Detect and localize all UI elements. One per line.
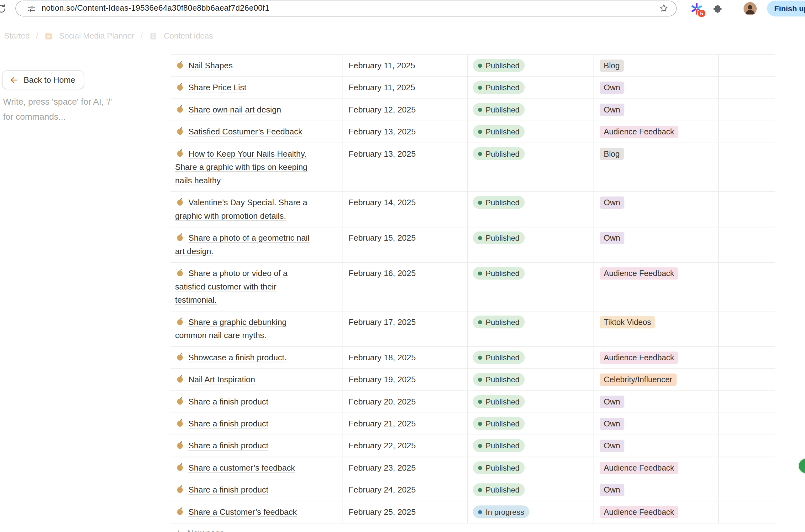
status-badge[interactable]: Published (473, 373, 524, 386)
table-row[interactable]: Share Price List February 11, 2025 Publi… (170, 77, 775, 99)
row-title[interactable]: Share own nail art design (188, 105, 281, 114)
status-badge[interactable]: Published (473, 81, 524, 94)
table-row[interactable]: Share a graphic debunking common nail ca… (170, 311, 775, 347)
row-status-cell[interactable]: Published (468, 435, 594, 457)
row-empty-cell[interactable] (719, 501, 775, 523)
url-text[interactable]: notion.so/Content-Ideas-19536e64a30f80e8… (42, 3, 269, 13)
page-link-cell[interactable]: Share a finish product (170, 479, 343, 501)
page-link-cell[interactable]: Share Price List (170, 77, 343, 99)
status-badge[interactable]: Published (473, 461, 524, 474)
breadcrumb-item-planner[interactable]: Social Media Planner (59, 31, 134, 40)
row-title[interactable]: Share a finish product (188, 485, 268, 494)
row-date-cell[interactable]: February 12, 2025 (342, 99, 468, 121)
row-status-cell[interactable]: Published (468, 263, 594, 312)
row-empty-cell[interactable] (719, 192, 775, 227)
row-empty-cell[interactable] (719, 457, 775, 479)
row-status-cell[interactable]: Published (468, 77, 594, 99)
row-date-cell[interactable]: February 20, 2025 (342, 391, 468, 413)
status-badge[interactable]: Published (473, 59, 524, 72)
status-badge[interactable]: Published (473, 196, 524, 209)
row-date-cell[interactable]: February 22, 2025 (342, 435, 468, 457)
page-link-cell[interactable]: Share a photo of a geometric nail art de… (170, 227, 343, 263)
row-empty-cell[interactable] (719, 435, 775, 457)
row-status-cell[interactable]: Published (468, 227, 594, 263)
row-category-cell[interactable]: Blog (594, 55, 719, 77)
row-category-cell[interactable]: Audience Feedback (594, 121, 719, 143)
row-empty-cell[interactable] (719, 227, 775, 263)
status-badge[interactable]: Published (473, 351, 524, 364)
row-empty-cell[interactable] (719, 369, 775, 391)
row-title[interactable]: Share Price List (188, 83, 246, 92)
row-category-cell[interactable]: Audience Feedback (594, 501, 719, 523)
row-status-cell[interactable]: Published (468, 391, 594, 413)
page-link-cell[interactable]: Valentine’s Day Special. Share a graphic… (170, 192, 343, 227)
table-row[interactable]: Share a photo of a geometric nail art de… (170, 227, 775, 263)
row-title[interactable]: Showcase a finish product. (188, 353, 286, 362)
page-link-cell[interactable]: How to Keep Your Nails Healthy. Share a … (170, 143, 343, 192)
row-status-cell[interactable]: In progress (468, 501, 594, 523)
table-row[interactable]: Share a finish product February 21, 2025… (170, 413, 775, 435)
row-title[interactable]: Share a customer’s feedback (188, 463, 295, 472)
row-date-cell[interactable]: February 25, 2025 (342, 501, 468, 523)
row-category-cell[interactable]: Audience Feedback (594, 457, 719, 479)
table-row[interactable]: Share own nail art design February 12, 2… (170, 99, 775, 121)
row-date-cell[interactable]: February 24, 2025 (342, 479, 468, 501)
row-empty-cell[interactable] (719, 263, 775, 312)
row-empty-cell[interactable] (719, 311, 775, 347)
editor-placeholder[interactable]: Write, press 'space' for AI, '/' for com… (3, 94, 112, 124)
category-tag[interactable]: Blog (600, 148, 624, 160)
page-link-cell[interactable]: Nail Art Inspiration (170, 369, 343, 391)
page-link-cell[interactable]: Nail Shapes (170, 55, 343, 77)
row-title[interactable]: Nail Shapes (188, 61, 232, 70)
table-row[interactable]: Share a finish product February 22, 2025… (170, 435, 775, 457)
breadcrumb-item-started[interactable]: Started (4, 31, 30, 40)
row-date-cell[interactable]: February 17, 2025 (342, 311, 468, 347)
category-tag[interactable]: Audience Feedback (600, 126, 678, 138)
row-title[interactable]: Satisfied Costumer’s Feedback (188, 127, 302, 136)
row-date-cell[interactable]: February 14, 2025 (342, 192, 468, 227)
new-page-button[interactable]: New page (170, 524, 775, 532)
row-category-cell[interactable]: Blog (594, 143, 719, 192)
row-category-cell[interactable]: Own (594, 413, 719, 435)
category-tag[interactable]: Audience Feedback (600, 267, 678, 280)
category-tag[interactable]: Own (600, 396, 624, 408)
row-title[interactable]: Share a finish product (188, 441, 268, 450)
page-link-cell[interactable]: Share a finish product (170, 435, 343, 457)
row-category-cell[interactable]: Celebrity/Influencer (594, 369, 719, 391)
status-badge[interactable]: Published (473, 483, 524, 496)
row-status-cell[interactable]: Published (468, 413, 594, 435)
page-link-cell[interactable]: Share own nail art design (170, 99, 343, 121)
row-date-cell[interactable]: February 16, 2025 (342, 263, 468, 312)
row-title[interactable]: Nail Art Inspiration (188, 375, 255, 384)
row-category-cell[interactable]: Own (594, 77, 719, 99)
row-status-cell[interactable]: Published (468, 192, 594, 227)
status-badge[interactable]: Published (473, 147, 524, 160)
category-tag[interactable]: Own (600, 440, 624, 452)
row-status-cell[interactable]: Published (468, 347, 594, 369)
row-title[interactable]: Share a photo or video of a satisfied cu… (175, 269, 287, 304)
table-row[interactable]: Share a finish product February 24, 2025… (170, 479, 775, 501)
row-date-cell[interactable]: February 11, 2025 (342, 77, 468, 99)
page-link-cell[interactable]: Share a customer’s feedback (170, 457, 343, 479)
finish-up-button[interactable]: Finish up (767, 1, 805, 17)
extensions-puzzle-icon[interactable] (713, 3, 723, 14)
page-link-cell[interactable]: Satisfied Costumer’s Feedback (170, 121, 343, 143)
row-empty-cell[interactable] (719, 413, 775, 435)
breadcrumb-item-content-ideas[interactable]: Content ideas (164, 31, 213, 40)
row-empty-cell[interactable] (719, 121, 775, 143)
category-tag[interactable]: Own (600, 81, 624, 94)
row-status-cell[interactable]: Published (468, 55, 594, 77)
page-link-cell[interactable]: Showcase a finish product. (170, 347, 343, 369)
category-tag[interactable]: Own (600, 104, 624, 116)
row-title[interactable]: How to Keep Your Nails Healthy. Share a … (175, 149, 307, 185)
row-category-cell[interactable]: Tiktok Videos (594, 311, 719, 347)
category-tag[interactable]: Blog (600, 59, 624, 72)
status-badge[interactable]: In progress (473, 506, 529, 518)
table-row[interactable]: Valentine’s Day Special. Share a graphic… (170, 192, 775, 227)
reload-icon[interactable] (0, 3, 6, 14)
row-empty-cell[interactable] (719, 143, 775, 192)
category-tag[interactable]: Audience Feedback (600, 352, 678, 364)
row-title[interactable]: Share a graphic debunking common nail ca… (175, 318, 286, 340)
page-link-cell[interactable]: Share a Customer’s feedback (170, 501, 343, 523)
notion-ai-button[interactable] (798, 458, 805, 474)
